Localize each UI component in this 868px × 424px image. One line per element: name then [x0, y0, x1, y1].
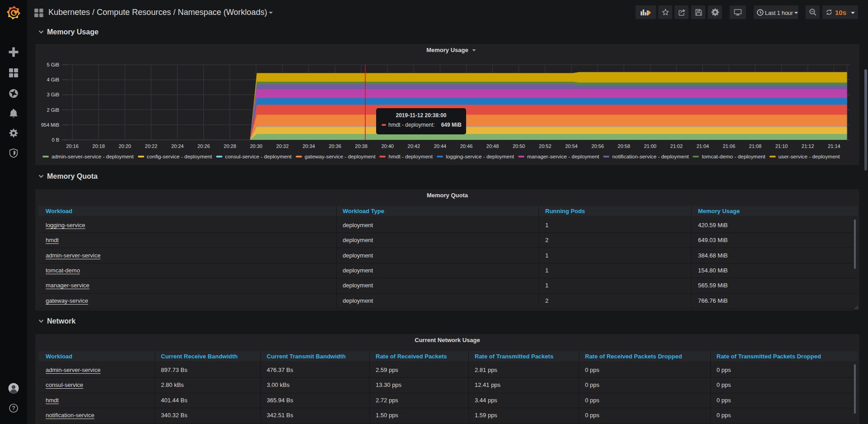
svg-text:20:34: 20:34	[302, 143, 315, 149]
svg-text:20:54: 20:54	[565, 143, 578, 149]
svg-text:20:18: 20:18	[92, 143, 105, 149]
svg-text:2 GiB: 2 GiB	[47, 107, 59, 113]
svg-text:20:42: 20:42	[408, 143, 420, 149]
svg-text:20:28: 20:28	[224, 143, 236, 149]
svg-text:954 MiB: 954 MiB	[41, 122, 59, 128]
svg-text:20:52: 20:52	[539, 143, 552, 149]
svg-text:20:38: 20:38	[355, 143, 368, 149]
svg-text:20:30: 20:30	[250, 143, 263, 149]
svg-text:21:14: 21:14	[828, 143, 840, 149]
svg-text:5 GiB: 5 GiB	[47, 62, 59, 67]
svg-text:20:16: 20:16	[66, 143, 79, 149]
svg-text:20:20: 20:20	[118, 143, 131, 149]
svg-text:21:00: 21:00	[644, 143, 656, 149]
svg-text:20:50: 20:50	[513, 143, 525, 149]
svg-text:20:36: 20:36	[329, 143, 341, 149]
svg-text:20:46: 20:46	[460, 143, 473, 149]
svg-text:21:10: 21:10	[775, 143, 788, 149]
svg-text:21:06: 21:06	[723, 143, 736, 149]
svg-text:21:02: 21:02	[670, 143, 683, 149]
svg-text:20:24: 20:24	[171, 143, 184, 149]
svg-text:20:26: 20:26	[198, 143, 210, 149]
svg-text:3 GiB: 3 GiB	[47, 92, 59, 97]
svg-text:21:04: 21:04	[697, 143, 709, 149]
svg-text:20:58: 20:58	[618, 143, 630, 149]
svg-text:21:08: 21:08	[749, 143, 762, 149]
svg-text:4 GiB: 4 GiB	[47, 77, 59, 82]
svg-text:20:44: 20:44	[434, 143, 447, 149]
svg-text:21:12: 21:12	[802, 143, 814, 149]
svg-text:20:40: 20:40	[381, 143, 394, 149]
svg-text:20:22: 20:22	[145, 143, 158, 149]
svg-text:20:32: 20:32	[276, 143, 289, 149]
svg-text:20:56: 20:56	[591, 143, 604, 149]
svg-text:20:48: 20:48	[486, 143, 499, 149]
svg-text:0 B: 0 B	[52, 137, 59, 143]
svg-text:?: ?	[12, 405, 15, 411]
